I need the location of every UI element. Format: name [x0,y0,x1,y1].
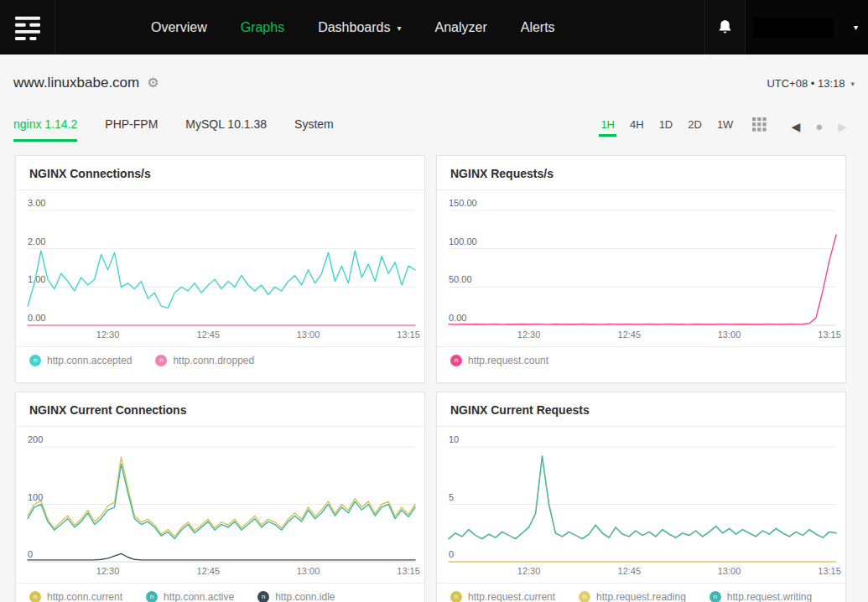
series-dot-icon: n [709,591,721,602]
nav-item-alerts[interactable]: Alerts [521,20,555,35]
chart-canvas-nginx-connections[interactable]: 0.001.002.003.0012:3012:4513:0013:15 [16,190,424,346]
svg-text:12:30: 12:30 [517,566,541,576]
svg-text:200: 200 [28,434,43,444]
series-dot-icon: n [29,591,41,602]
chart-title: NGINX Connections/s [16,156,424,190]
series-dot-icon: n [450,591,462,602]
legend-item[interactable]: n http.request.writing [709,591,812,602]
legend-label: http.request.count [468,355,548,366]
legend-label: http.conn.idle [275,591,335,602]
step-forward-icon[interactable]: ▶ [830,121,855,132]
legend-label: http.request.writing [727,591,812,602]
range-1h[interactable]: 1H [593,118,622,142]
svg-text:12:30: 12:30 [96,566,120,576]
legend-item[interactable]: n http.conn.dropped [155,355,254,366]
legend-item[interactable]: n http.conn.idle [257,591,335,602]
chart-title: NGINX Requests/s [437,156,845,190]
tab-php-fpm[interactable]: PHP-FPM [105,117,158,142]
user-menu[interactable]: ▾ [746,0,868,54]
svg-text:5: 5 [449,492,454,502]
chart-panel-nginx-connections: NGINX Connections/s 0.001.002.003.0012:3… [15,155,425,383]
svg-text:0: 0 [449,549,454,559]
svg-text:2.00: 2.00 [28,236,45,247]
chart-canvas-nginx-current-connections[interactable]: 010020012:3012:4513:0013:15 [16,427,424,583]
legend-label: http.conn.active [164,591,234,602]
legend-item[interactable]: n http.conn.current [29,591,122,602]
chart-legend: n http.conn.current n http.conn.active n… [16,583,424,602]
chart-panel-nginx-current-connections: NGINX Current Connections 010020012:3012… [15,392,425,602]
nav-item-analyzer[interactable]: Analyzer [434,20,486,35]
redacted-username [753,18,834,38]
timezone-time-label: UTC+08 • 13:18 [767,77,845,90]
svg-text:13:00: 13:00 [297,566,320,576]
svg-text:13:00: 13:00 [718,330,741,340]
page-title: www.linuxbabe.com [13,75,139,91]
settings-gear-icon[interactable]: ⚙ [147,76,159,90]
chart-panel-nginx-requests: NGINX Requests/s 0.0050.00100.00150.0012… [436,155,846,383]
series-dot-icon: n [579,591,590,602]
legend-item[interactable]: n http.conn.accepted [29,355,132,366]
chart-legend: n http.request.count [437,346,845,374]
svg-text:0.00: 0.00 [449,313,466,323]
svg-text:100.00: 100.00 [449,236,477,247]
svg-text:3.00: 3.00 [28,198,45,208]
svg-text:10: 10 [449,434,459,444]
svg-text:13:15: 13:15 [397,566,420,576]
svg-text:13:15: 13:15 [818,330,841,340]
grid-icon [752,117,767,132]
series-dot-icon: n [450,355,462,366]
nav-item-overview[interactable]: Overview [151,20,207,35]
svg-text:13:15: 13:15 [397,330,420,340]
page-header: www.linuxbabe.com ⚙ UTC+08 • 13:18 ▾ [0,54,868,106]
svg-text:13:15: 13:15 [818,566,841,576]
app-logo-icon [15,15,40,40]
svg-text:150.00: 150.00 [449,198,477,208]
legend-label: http.conn.accepted [47,355,132,366]
legend-item[interactable]: n http.request.current [450,591,555,602]
nav-item-dashboards[interactable]: Dashboards ▾ [318,20,401,35]
legend-item[interactable]: n http.request.count [450,355,548,366]
legend-label: http.conn.current [47,591,122,602]
chevron-down-icon: ▾ [850,78,855,88]
series-dot-icon: n [29,355,41,366]
step-back-icon[interactable]: ◀ [783,121,808,132]
tab-mysql[interactable]: MySQL 10.1.38 [185,117,267,142]
chart-legend: n http.request.current n http.request.re… [437,583,845,602]
svg-text:12:45: 12:45 [197,566,221,576]
svg-text:12:30: 12:30 [96,330,120,340]
tab-system[interactable]: System [294,117,334,142]
bell-icon [716,18,734,36]
svg-text:12:30: 12:30 [517,330,541,340]
range-1d[interactable]: 1D [652,118,681,142]
chevron-down-icon: ▾ [397,22,401,33]
time-range-selector: 1H 4H 1D 2D 1W ◀ ● ▶ [593,117,855,142]
app-logo[interactable] [0,0,55,54]
notifications-button[interactable] [704,0,746,54]
range-1w[interactable]: 1W [709,118,741,142]
chart-title: NGINX Current Connections [16,392,424,427]
chart-panel-nginx-current-requests: NGINX Current Requests 051012:3012:4513:… [436,392,846,602]
series-dot-icon: n [155,355,167,366]
chart-canvas-nginx-current-requests[interactable]: 051012:3012:4513:0013:15 [437,427,845,583]
tab-nginx[interactable]: nginx 1.14.2 [13,117,77,142]
range-2d[interactable]: 2D [680,118,709,142]
range-4h[interactable]: 4H [622,118,652,142]
series-dot-icon: n [146,591,158,602]
current-position-icon[interactable]: ● [808,120,830,132]
svg-text:12:45: 12:45 [197,330,221,340]
svg-text:1.00: 1.00 [28,274,45,284]
svg-text:13:00: 13:00 [297,330,320,340]
legend-label: http.request.reading [596,591,686,602]
chart-canvas-nginx-requests[interactable]: 0.0050.00100.00150.0012:3012:4513:0013:1… [437,190,845,346]
custom-range-button[interactable] [741,117,777,142]
timezone-time-selector[interactable]: UTC+08 • 13:18 ▾ [767,77,855,90]
chart-legend: n http.conn.accepted n http.conn.dropped [16,346,424,374]
legend-item[interactable]: n http.conn.active [146,591,234,602]
nav-item-graphs[interactable]: Graphs [241,20,284,35]
svg-text:13:00: 13:00 [718,566,741,576]
legend-item[interactable]: n http.request.reading [579,591,686,602]
top-nav: Overview Graphs Dashboards ▾ Analyzer Al… [0,0,868,54]
svg-text:0: 0 [28,549,33,559]
svg-text:100: 100 [28,492,43,502]
charts-grid: NGINX Connections/s 0.001.002.003.0012:3… [0,142,868,602]
